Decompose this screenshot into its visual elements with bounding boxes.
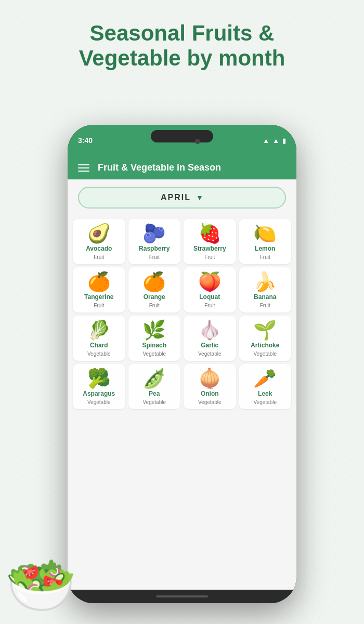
fruit-emoji: 🥬 [87,321,111,340]
fruit-emoji: 🫛 [142,369,166,388]
fruit-grid: 🥑AvocadoFruit🫐RaspberryFruit🍓StrawberryF… [73,216,291,412]
fruit-name: Chard [90,342,108,349]
menu-bar-1 [78,164,89,165]
fruit-card[interactable]: 🍓StrawberryFruit [184,219,236,264]
menu-bar-3 [78,171,89,172]
fruit-type: Vegetable [143,399,166,405]
page-title: Seasonal Fruits & Vegetable by month [21,21,343,71]
fruit-name: Artichoke [251,342,279,349]
fruit-emoji: 🥑 [87,224,111,243]
fruit-card[interactable]: 🫐RaspberryFruit [128,219,181,264]
fruit-emoji: 🍊 [142,272,166,291]
fruit-emoji: 🍊 [87,272,111,291]
battery-icon: ▮ [282,137,286,145]
fruit-name: Raspberry [139,245,170,252]
fruit-card[interactable]: 🌱ArtichokeVegetable [239,316,292,361]
fruit-emoji: 🧄 [198,321,222,340]
fruit-type: Fruit [94,303,104,308]
signal-icon: ▲ [272,137,279,145]
fruit-name: Lemon [255,245,275,252]
fruit-type: Vegetable [87,351,111,357]
fruit-card[interactable]: 🥕LeekVegetable [239,364,292,409]
status-bar: 3:40 ▲ ▲ ▮ [68,125,296,156]
fruit-emoji: 🍑 [198,272,222,291]
fruit-type: Vegetable [254,351,277,357]
wifi-icon: ▲ [263,137,269,145]
fruit-type: Fruit [204,303,215,308]
menu-button[interactable] [78,164,89,172]
fruit-card[interactable]: 🫛PeaVegetable [128,364,181,409]
fruit-type: Fruit [260,254,270,260]
fruit-emoji: 🌿 [142,321,166,340]
fruit-name: Leek [258,390,272,397]
fruit-type: Fruit [149,303,160,308]
month-dropdown[interactable]: APRIL ▼ [78,187,286,209]
fruit-name: Asparagus [83,390,115,397]
status-time: 3:40 [78,136,93,145]
fruit-name: Spinach [142,342,166,349]
app-header: Fruit & Vegetable in Season [68,156,296,179]
fruit-type: Vegetable [87,399,111,405]
fruit-card[interactable]: 🧅OnionVegetable [184,364,236,409]
fruit-emoji: 🫐 [142,224,166,243]
deco-food: 🥗 [0,494,104,624]
fruit-name: Avocado [86,245,112,252]
fruit-emoji: 🌱 [253,321,277,340]
home-bar [156,595,208,597]
month-label: APRIL [161,193,191,202]
fruit-type: Fruit [204,254,215,260]
fruit-type: Vegetable [254,399,277,405]
fruit-name: Pea [149,390,160,397]
fruit-type: Vegetable [198,399,222,405]
app-title: Fruit & Vegetable in Season [98,162,221,173]
fruit-emoji: 🍓 [198,224,222,243]
fruit-card[interactable]: 🥬ChardVegetable [73,316,125,361]
fruit-emoji: 🧅 [198,369,222,388]
fruit-card[interactable]: 🌿SpinachVegetable [128,316,181,361]
fruit-card[interactable]: 🍊TangerineFruit [73,267,125,313]
fruit-name: Strawberry [193,245,226,252]
fruit-type: Fruit [260,303,270,308]
fruit-emoji: 🍋 [253,224,277,243]
fruit-card[interactable]: 🥦AsparagusVegetable [73,364,125,409]
fruit-card[interactable]: 🧄GarlicVegetable [184,316,236,361]
fruit-type: Vegetable [143,351,166,357]
dropdown-arrow-icon: ▼ [196,193,203,202]
fruit-card[interactable]: 🥑AvocadoFruit [73,219,125,264]
fruit-name: Onion [201,390,219,397]
month-selector-wrap: APRIL ▼ [68,179,296,216]
fruit-emoji: 🥦 [87,369,111,388]
fruit-card[interactable]: 🍌BananaFruit [239,267,292,313]
fruit-card[interactable]: 🍋LemonFruit [239,219,292,264]
status-icons: ▲ ▲ ▮ [263,137,286,145]
fruit-type: Fruit [94,254,104,260]
fruit-card[interactable]: 🍑LoquatFruit [184,267,236,313]
phone-notch [151,130,213,142]
menu-bar-2 [78,167,89,168]
fruit-name: Loquat [199,293,220,301]
fruit-type: Vegetable [198,351,222,357]
camera-dot [195,139,200,144]
fruit-type: Fruit [149,254,160,260]
fruit-name: Orange [144,293,165,301]
fruit-name: Tangerine [84,293,113,301]
fruit-name: Garlic [201,342,218,349]
fruit-card[interactable]: 🍊OrangeFruit [128,267,181,313]
fruit-name: Banana [254,293,276,301]
fruit-emoji: 🥕 [253,369,277,388]
fruit-emoji: 🍌 [253,272,277,291]
page-title-area: Seasonal Fruits & Vegetable by month [0,0,364,82]
